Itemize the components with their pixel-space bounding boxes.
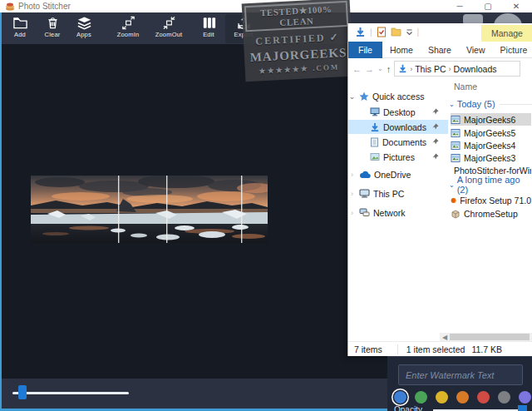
quick-access-star-icon bbox=[359, 92, 369, 102]
address-downloads-icon bbox=[398, 64, 407, 73]
add-button[interactable]: Add bbox=[2, 14, 38, 43]
tab-share[interactable]: Share bbox=[421, 42, 459, 58]
explorer-status-bar: 7 items 1 item selected 11.7 KB bbox=[348, 341, 532, 356]
chevron-right-icon[interactable]: › bbox=[348, 209, 356, 217]
tree-item-this-pc[interactable]: › This PC bbox=[348, 186, 448, 201]
tab-home[interactable]: Home bbox=[382, 42, 421, 58]
apps-button[interactable]: Apps bbox=[66, 14, 102, 43]
image-file-icon bbox=[451, 141, 461, 151]
forward-icon[interactable]: → bbox=[365, 64, 374, 74]
maximize-button[interactable]: ▢ bbox=[480, 2, 495, 11]
new-folder-icon[interactable] bbox=[391, 27, 401, 37]
color-swatch-orange[interactable] bbox=[456, 391, 469, 404]
up-icon[interactable]: ↑ bbox=[387, 64, 392, 74]
file-name: PhotoStitcher-forWin bbox=[454, 166, 531, 176]
scrollbar-thumb[interactable] bbox=[450, 334, 530, 340]
file-name: MajorGeeks6 bbox=[464, 115, 515, 125]
properties-icon[interactable] bbox=[377, 27, 387, 37]
tree-label: Pictures bbox=[383, 152, 415, 162]
app-title: Photo Stitcher bbox=[18, 2, 71, 11]
screen: Photo Stitcher ─ ▢ ✕ Add Clear A bbox=[0, 0, 532, 411]
status-selected-count: 1 item selected bbox=[397, 344, 466, 354]
file-row-firefox-setup[interactable]: Firefox Setup 71.0 bbox=[451, 194, 531, 206]
zoom-in-button[interactable]: ZoomIn bbox=[110, 14, 146, 43]
tree-item-desktop[interactable]: Desktop bbox=[348, 105, 448, 119]
tree-label: Desktop bbox=[383, 107, 416, 117]
chevron-right-icon[interactable]: › bbox=[348, 171, 356, 179]
color-swatch-green[interactable] bbox=[415, 391, 427, 404]
color-swatch-blue[interactable] bbox=[394, 391, 406, 404]
window-border-left bbox=[0, 12, 2, 411]
pin-icon bbox=[432, 153, 439, 160]
zoom-out-icon bbox=[161, 16, 177, 30]
horizontal-scrollbar[interactable]: ◀ bbox=[440, 333, 532, 341]
group-divider-line bbox=[500, 104, 532, 105]
firefox-icon bbox=[451, 196, 456, 206]
tree-item-downloads-selected[interactable]: Downloads bbox=[348, 120, 448, 134]
group-label: Today (5) bbox=[457, 99, 495, 109]
file-explorer-window: | | Manage File Home Share View Picture … bbox=[347, 23, 532, 356]
folder-tree-pane: ⌄ Quick access Desktop bbox=[348, 79, 449, 333]
file-list-pane: Name ⌄ Today (5) MajorGeeks6 bbox=[449, 79, 532, 333]
tree-item-quick-access[interactable]: ⌄ Quick access bbox=[348, 89, 448, 103]
image-file-icon bbox=[451, 128, 461, 138]
minimize-button[interactable]: ─ bbox=[452, 2, 467, 11]
pin-icon bbox=[432, 108, 439, 115]
zoom-out-button[interactable]: ZoomOut bbox=[150, 14, 187, 43]
file-row-majorgeeks5[interactable]: MajorGeeks5 bbox=[451, 126, 531, 139]
qat-separator: | bbox=[370, 27, 372, 37]
color-swatch-red[interactable] bbox=[477, 391, 490, 404]
zoom-in-icon bbox=[121, 16, 136, 30]
recent-locations-chevron-icon[interactable]: ⌄ bbox=[377, 65, 383, 72]
color-swatch-purple[interactable] bbox=[519, 391, 531, 404]
edit-button[interactable]: Edit bbox=[190, 14, 227, 43]
group-header-a-long-time-ago[interactable]: ⌄ A long time ago (2) bbox=[449, 179, 532, 191]
quick-access-toolbar: | | bbox=[348, 23, 481, 40]
status-item-count: 7 items bbox=[354, 344, 382, 354]
file-row-majorgeeks6[interactable]: MajorGeeks6 bbox=[451, 113, 531, 126]
watermark-text-input[interactable] bbox=[398, 364, 523, 385]
tab-view[interactable]: View bbox=[459, 42, 493, 58]
tree-item-pictures[interactable]: Pictures bbox=[348, 150, 448, 164]
color-swatch-gray[interactable] bbox=[498, 391, 510, 404]
layers-icon bbox=[76, 16, 92, 30]
chevron-down-icon[interactable]: ⌄ bbox=[348, 92, 356, 101]
zoom-slider-handle[interactable] bbox=[18, 385, 27, 399]
onedrive-cloud-icon bbox=[359, 171, 371, 179]
file-row-majorgeeks4[interactable]: MajorGeeks4 bbox=[451, 139, 531, 151]
column-header-name[interactable]: Name bbox=[454, 82, 477, 92]
breadcrumb-separator: › bbox=[449, 65, 451, 73]
close-button[interactable]: ✕ bbox=[509, 2, 524, 11]
address-bar[interactable]: › This PC › Downloads bbox=[394, 61, 520, 77]
tree-label: Network bbox=[373, 208, 406, 218]
tree-item-onedrive[interactable]: › OneDrive bbox=[348, 167, 448, 181]
group-header-today[interactable]: ⌄ Today (5) bbox=[449, 98, 532, 110]
customize-qat-chevron-icon[interactable] bbox=[406, 28, 413, 36]
tab-file[interactable]: File bbox=[348, 42, 382, 58]
file-row-chromesetup[interactable]: ChromeSetup bbox=[451, 207, 531, 220]
breadcrumb-this-pc[interactable]: This PC bbox=[415, 64, 446, 74]
back-icon[interactable]: ← bbox=[352, 64, 362, 74]
chevron-right-icon[interactable]: › bbox=[348, 190, 356, 198]
tree-item-network[interactable]: › Network bbox=[348, 206, 448, 220]
zoom-slider-track[interactable] bbox=[12, 392, 129, 394]
tab-picture-tools[interactable]: Picture Tools bbox=[493, 42, 532, 58]
scroll-left-arrow-icon[interactable]: ◀ bbox=[440, 334, 450, 341]
opacity-slider-handle[interactable] bbox=[518, 405, 527, 411]
documents-icon bbox=[370, 137, 379, 147]
tree-item-documents[interactable]: Documents bbox=[348, 135, 448, 149]
breadcrumb-downloads[interactable]: Downloads bbox=[454, 64, 497, 74]
window-controls: ─ ▢ ✕ bbox=[452, 0, 529, 12]
watermark-panel: Opacity bbox=[387, 356, 532, 411]
network-icon bbox=[359, 208, 370, 217]
file-name: Firefox Setup 71.0 bbox=[460, 196, 531, 206]
group-label: A long time ago (2) bbox=[457, 175, 532, 195]
chevron-down-icon: ⌄ bbox=[449, 181, 455, 189]
pin-icon bbox=[432, 123, 439, 130]
file-row-majorgeeks3[interactable]: MajorGeeks3 bbox=[451, 151, 531, 164]
pin-icon bbox=[432, 138, 439, 145]
tree-label: Quick access bbox=[372, 92, 424, 102]
tree-label: Downloads bbox=[383, 122, 426, 132]
color-swatch-yellow[interactable] bbox=[436, 391, 448, 404]
breadcrumb-separator: › bbox=[410, 65, 412, 73]
